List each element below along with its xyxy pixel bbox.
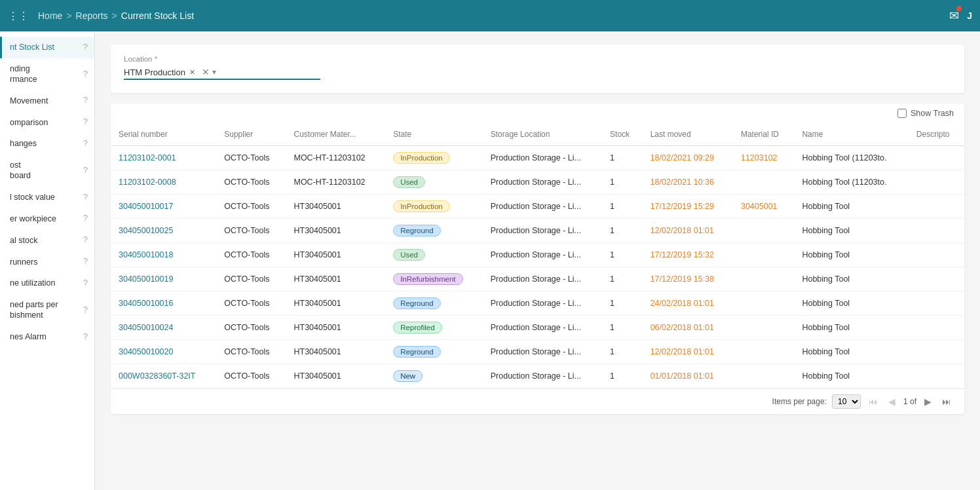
cell-serial[interactable]: 304050010017 — [111, 195, 216, 219]
cell-state: Reprofiled — [385, 316, 483, 340]
cell-description — [909, 267, 964, 292]
cell-serial[interactable]: 304050010020 — [111, 340, 216, 364]
cell-state: InProduction — [385, 195, 483, 219]
serial-link[interactable]: 304050010016 — [119, 299, 173, 308]
help-icon[interactable]: ? — [83, 95, 88, 106]
table-row: 304050010024OCTO-ToolsHT30405001Reprofil… — [111, 316, 964, 340]
sidebar-item-label: ndingrmance — [10, 64, 81, 85]
breadcrumb-home[interactable]: Home — [38, 10, 62, 21]
serial-link[interactable]: 000W0328360T-32IT — [119, 371, 195, 381]
sidebar-item-changes[interactable]: hanges ? — [0, 133, 94, 155]
sidebar-item-comparison[interactable]: omparison ? — [0, 111, 94, 133]
filter-dropdown-button[interactable]: ▾ — [212, 67, 216, 77]
sidebar-item-label: nes Alarm — [10, 331, 81, 342]
help-icon[interactable]: ? — [83, 278, 88, 289]
state-badge: Reground — [393, 225, 441, 236]
table-row: 304050010020OCTO-ToolsHT30405001Reground… — [111, 340, 964, 364]
cell-serial[interactable]: 304050010016 — [111, 292, 216, 316]
sidebar-item-current-stock-list[interactable]: nt Stock List ? — [0, 37, 94, 58]
sidebar-item-label: al stock — [10, 235, 81, 246]
sidebar-item-label: ostboard — [10, 160, 81, 181]
help-icon[interactable]: ? — [83, 331, 88, 343]
cell-serial[interactable]: 304050010018 — [111, 243, 216, 267]
cell-customer-mat: MOC-HT-11203102 — [286, 170, 385, 195]
sidebar-item-al-stock[interactable]: al stock ? — [0, 229, 94, 251]
sidebar-item-pending-performance[interactable]: ndingrmance ? — [0, 58, 94, 90]
serial-link[interactable]: 304050010017 — [119, 202, 173, 211]
breadcrumb-sep2: > — [112, 10, 117, 21]
cell-serial[interactable]: 11203102-0001 — [111, 146, 216, 170]
state-badge: InProduction — [393, 200, 450, 212]
cell-storage: Production Storage - Li... — [483, 364, 602, 388]
cell-material-id — [733, 292, 794, 316]
first-page-button[interactable]: ⏮ — [866, 395, 880, 408]
filter-tag-remove[interactable]: ✕ — [188, 68, 197, 77]
main-content: Location * HTM Production ✕ ✕ ▾ Show Tra… — [95, 31, 980, 490]
help-icon[interactable]: ? — [83, 42, 88, 53]
serial-link[interactable]: 304050010025 — [119, 226, 173, 235]
sidebar-item-nes-alarm[interactable]: nes Alarm ? — [0, 326, 94, 348]
help-icon[interactable]: ? — [83, 305, 88, 316]
cell-serial[interactable]: 11203102-0008 — [111, 170, 216, 195]
prev-page-button[interactable]: ◀ — [886, 395, 898, 408]
col-state: State — [385, 123, 483, 146]
help-icon[interactable]: ? — [83, 213, 88, 224]
cell-serial[interactable]: 000W0328360T-32IT — [111, 364, 216, 388]
help-icon[interactable]: ? — [83, 117, 88, 128]
sidebar-item-cost-board[interactable]: ostboard ? — [0, 155, 94, 187]
serial-link[interactable]: 304050010024 — [119, 323, 173, 332]
cell-material-id[interactable]: 11203102 — [733, 146, 794, 170]
help-icon[interactable]: ? — [83, 192, 88, 203]
cell-state: Reground — [385, 292, 483, 316]
cell-material-id[interactable]: 30405001 — [733, 195, 794, 219]
col-supplier: Supplier — [216, 123, 286, 146]
cell-last-moved: 17/12/2019 15:32 — [643, 243, 733, 267]
serial-link[interactable]: 11203102-0001 — [119, 153, 176, 162]
sidebar-item-ned-parts[interactable]: ned parts perbishment ? — [0, 294, 94, 326]
cell-supplier: OCTO-Tools — [216, 267, 286, 292]
next-page-button[interactable]: ▶ — [922, 395, 934, 408]
sidebar-item-runners[interactable]: runners ? — [0, 251, 94, 273]
cell-serial[interactable]: 304050010025 — [111, 219, 216, 243]
sidebar-item-movement[interactable]: Movement ? — [0, 90, 94, 111]
serial-link[interactable]: 304050010020 — [119, 347, 173, 356]
last-page-button[interactable]: ⏭ — [939, 395, 954, 408]
items-per-page-select[interactable]: 10 25 50 — [832, 394, 861, 409]
sidebar-item-per-workpiece[interactable]: er workpiece ? — [0, 208, 94, 229]
grid-icon[interactable]: ⋮⋮ — [8, 10, 29, 22]
cell-storage: Production Storage - Li... — [483, 316, 602, 340]
cell-storage: Production Storage - Li... — [483, 170, 602, 195]
help-icon[interactable]: ? — [83, 138, 88, 149]
filter-clear-button[interactable]: ✕ — [202, 67, 210, 77]
user-avatar[interactable]: J — [967, 10, 972, 21]
mail-icon[interactable]: ✉ — [949, 9, 959, 23]
cell-serial[interactable]: 304050010019 — [111, 267, 216, 292]
serial-link[interactable]: 11203102-0008 — [119, 178, 176, 187]
sidebar-item-stock-value[interactable]: l stock value ? — [0, 187, 94, 208]
cell-serial[interactable]: 304050010024 — [111, 316, 216, 340]
location-filter-input[interactable]: HTM Production ✕ ✕ ▾ — [124, 67, 320, 80]
cell-state: New — [385, 364, 483, 388]
cell-last-moved: 24/02/2018 01:01 — [643, 292, 733, 316]
serial-link[interactable]: 304050010018 — [119, 250, 173, 259]
sidebar-item-ne-utilization[interactable]: ne utilization ? — [0, 273, 94, 294]
table-card: Show Trash Serial number Supplier Custom… — [111, 104, 964, 414]
show-trash-row: Show Trash — [111, 104, 964, 123]
breadcrumb-reports[interactable]: Reports — [76, 10, 108, 21]
help-icon[interactable]: ? — [83, 235, 88, 246]
cell-customer-mat: HT30405001 — [286, 195, 385, 219]
cell-name: Hobbing Tool — [794, 316, 908, 340]
help-icon[interactable]: ? — [83, 69, 88, 80]
cell-last-moved: 01/01/2018 01:01 — [643, 364, 733, 388]
cell-name: Hobbing Tool — [794, 195, 908, 219]
help-icon[interactable]: ? — [83, 256, 88, 267]
cell-storage: Production Storage - Li... — [483, 146, 602, 170]
cell-material-id — [733, 243, 794, 267]
show-trash-checkbox[interactable] — [897, 109, 907, 118]
sidebar-item-label: ned parts perbishment — [10, 299, 81, 321]
cell-supplier: OCTO-Tools — [216, 364, 286, 388]
serial-link[interactable]: 304050010019 — [119, 274, 173, 284]
cell-last-moved: 12/02/2018 01:01 — [643, 219, 733, 243]
help-icon[interactable]: ? — [83, 165, 88, 176]
cell-material-id — [733, 170, 794, 195]
